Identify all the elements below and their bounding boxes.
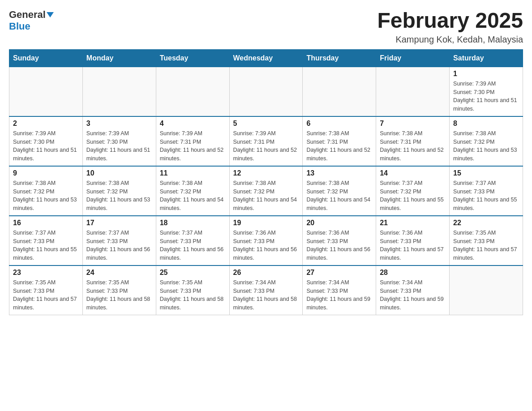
day-info: Sunrise: 7:35 AM Sunset: 7:33 PM Dayligh… (86, 278, 152, 312)
calendar-cell: 5Sunrise: 7:39 AM Sunset: 7:31 PM Daylig… (229, 116, 303, 166)
calendar-cell: 18Sunrise: 7:37 AM Sunset: 7:33 PM Dayli… (156, 216, 229, 265)
day-number: 12 (233, 169, 299, 177)
day-info: Sunrise: 7:36 AM Sunset: 7:33 PM Dayligh… (306, 229, 372, 262)
calendar-cell: 1Sunrise: 7:39 AM Sunset: 7:30 PM Daylig… (450, 67, 523, 116)
calendar-cell (450, 265, 523, 315)
calendar-cell: 22Sunrise: 7:35 AM Sunset: 7:33 PM Dayli… (450, 216, 523, 265)
calendar-cell (9, 67, 83, 116)
calendar-week-row: 2Sunrise: 7:39 AM Sunset: 7:30 PM Daylig… (9, 116, 523, 166)
calendar-cell: 21Sunrise: 7:36 AM Sunset: 7:33 PM Dayli… (376, 216, 450, 265)
day-number: 8 (453, 120, 519, 128)
day-info: Sunrise: 7:34 AM Sunset: 7:33 PM Dayligh… (233, 278, 299, 312)
calendar-cell: 16Sunrise: 7:37 AM Sunset: 7:33 PM Dayli… (9, 216, 83, 265)
calendar-cell: 3Sunrise: 7:39 AM Sunset: 7:30 PM Daylig… (82, 116, 156, 166)
calendar-cell: 28Sunrise: 7:34 AM Sunset: 7:33 PM Dayli… (376, 265, 450, 315)
day-number: 10 (86, 169, 152, 177)
day-info: Sunrise: 7:39 AM Sunset: 7:31 PM Dayligh… (160, 129, 226, 163)
calendar-cell (376, 67, 450, 116)
day-info: Sunrise: 7:39 AM Sunset: 7:30 PM Dayligh… (453, 80, 519, 113)
calendar-cell: 20Sunrise: 7:36 AM Sunset: 7:33 PM Dayli… (303, 216, 376, 265)
day-number: 7 (380, 120, 446, 128)
day-number: 6 (306, 120, 372, 128)
calendar-table: SundayMondayTuesdayWednesdayThursdayFrid… (9, 49, 523, 315)
day-number: 28 (380, 269, 446, 277)
day-info: Sunrise: 7:37 AM Sunset: 7:33 PM Dayligh… (160, 229, 226, 262)
day-info: Sunrise: 7:37 AM Sunset: 7:33 PM Dayligh… (453, 179, 519, 213)
calendar-cell: 14Sunrise: 7:37 AM Sunset: 7:32 PM Dayli… (376, 166, 450, 216)
day-number: 25 (160, 269, 226, 277)
day-info: Sunrise: 7:35 AM Sunset: 7:33 PM Dayligh… (453, 229, 519, 262)
day-number: 14 (380, 169, 446, 177)
day-info: Sunrise: 7:37 AM Sunset: 7:32 PM Dayligh… (380, 179, 446, 213)
day-number: 21 (380, 219, 446, 227)
day-info: Sunrise: 7:39 AM Sunset: 7:30 PM Dayligh… (86, 129, 152, 163)
logo-triangle-icon (47, 12, 54, 17)
calendar-cell: 17Sunrise: 7:37 AM Sunset: 7:33 PM Dayli… (82, 216, 156, 265)
calendar-cell: 7Sunrise: 7:38 AM Sunset: 7:31 PM Daylig… (376, 116, 450, 166)
day-number: 13 (306, 169, 372, 177)
calendar-cell: 11Sunrise: 7:38 AM Sunset: 7:32 PM Dayli… (156, 166, 229, 216)
calendar-cell: 9Sunrise: 7:38 AM Sunset: 7:32 PM Daylig… (9, 166, 83, 216)
calendar-cell: 8Sunrise: 7:38 AM Sunset: 7:32 PM Daylig… (450, 116, 523, 166)
calendar-cell: 4Sunrise: 7:39 AM Sunset: 7:31 PM Daylig… (156, 116, 229, 166)
day-of-week-header: Wednesday (229, 49, 303, 67)
day-info: Sunrise: 7:38 AM Sunset: 7:32 PM Dayligh… (306, 179, 372, 213)
day-number: 1 (453, 70, 519, 78)
day-of-week-header: Sunday (9, 49, 83, 67)
calendar-cell: 27Sunrise: 7:34 AM Sunset: 7:33 PM Dayli… (303, 265, 376, 315)
day-number: 24 (86, 269, 152, 277)
calendar-week-row: 16Sunrise: 7:37 AM Sunset: 7:33 PM Dayli… (9, 216, 523, 265)
calendar-cell (156, 67, 229, 116)
day-info: Sunrise: 7:39 AM Sunset: 7:30 PM Dayligh… (13, 129, 79, 163)
calendar-cell: 12Sunrise: 7:38 AM Sunset: 7:32 PM Dayli… (229, 166, 303, 216)
calendar-cell (82, 67, 156, 116)
day-info: Sunrise: 7:39 AM Sunset: 7:31 PM Dayligh… (233, 129, 299, 163)
calendar-cell: 24Sunrise: 7:35 AM Sunset: 7:33 PM Dayli… (82, 265, 156, 315)
day-info: Sunrise: 7:38 AM Sunset: 7:32 PM Dayligh… (453, 129, 519, 163)
day-info: Sunrise: 7:38 AM Sunset: 7:32 PM Dayligh… (160, 179, 226, 213)
day-number: 9 (13, 169, 79, 177)
calendar-cell: 13Sunrise: 7:38 AM Sunset: 7:32 PM Dayli… (303, 166, 376, 216)
day-info: Sunrise: 7:36 AM Sunset: 7:33 PM Dayligh… (233, 229, 299, 262)
day-info: Sunrise: 7:38 AM Sunset: 7:31 PM Dayligh… (380, 129, 446, 163)
logo-blue-text: Blue (9, 21, 30, 32)
day-info: Sunrise: 7:36 AM Sunset: 7:33 PM Dayligh… (380, 229, 446, 262)
calendar-cell (229, 67, 303, 116)
calendar-week-row: 1Sunrise: 7:39 AM Sunset: 7:30 PM Daylig… (9, 67, 523, 116)
day-number: 16 (13, 219, 79, 227)
day-number: 18 (160, 219, 226, 227)
calendar-week-row: 23Sunrise: 7:35 AM Sunset: 7:33 PM Dayli… (9, 265, 523, 315)
day-number: 4 (160, 120, 226, 128)
calendar-cell (303, 67, 376, 116)
day-info: Sunrise: 7:38 AM Sunset: 7:32 PM Dayligh… (233, 179, 299, 213)
calendar-cell: 25Sunrise: 7:35 AM Sunset: 7:33 PM Dayli… (156, 265, 229, 315)
calendar-cell: 26Sunrise: 7:34 AM Sunset: 7:33 PM Dayli… (229, 265, 303, 315)
day-of-week-header: Tuesday (156, 49, 229, 67)
day-info: Sunrise: 7:34 AM Sunset: 7:33 PM Dayligh… (380, 278, 446, 312)
calendar-cell: 6Sunrise: 7:38 AM Sunset: 7:31 PM Daylig… (303, 116, 376, 166)
day-number: 17 (86, 219, 152, 227)
day-info: Sunrise: 7:38 AM Sunset: 7:32 PM Dayligh… (13, 179, 79, 213)
day-number: 27 (306, 269, 372, 277)
day-number: 5 (233, 120, 299, 128)
day-info: Sunrise: 7:34 AM Sunset: 7:33 PM Dayligh… (306, 278, 372, 312)
page-header: General Blue February 2025 Kampung Kok, … (9, 9, 523, 45)
day-info: Sunrise: 7:35 AM Sunset: 7:33 PM Dayligh… (13, 278, 79, 312)
day-of-week-header: Thursday (303, 49, 376, 67)
day-of-week-header: Monday (82, 49, 156, 67)
day-info: Sunrise: 7:38 AM Sunset: 7:31 PM Dayligh… (306, 129, 372, 163)
calendar-week-row: 9Sunrise: 7:38 AM Sunset: 7:32 PM Daylig… (9, 166, 523, 216)
day-of-week-header: Friday (376, 49, 450, 67)
day-number: 19 (233, 219, 299, 227)
day-info: Sunrise: 7:38 AM Sunset: 7:32 PM Dayligh… (86, 179, 152, 213)
day-number: 22 (453, 219, 519, 227)
title-area: February 2025 Kampung Kok, Kedah, Malays… (377, 9, 523, 45)
calendar-cell: 15Sunrise: 7:37 AM Sunset: 7:33 PM Dayli… (450, 166, 523, 216)
day-number: 26 (233, 269, 299, 277)
day-info: Sunrise: 7:37 AM Sunset: 7:33 PM Dayligh… (86, 229, 152, 262)
day-number: 23 (13, 269, 79, 277)
day-number: 2 (13, 120, 79, 128)
calendar-cell: 2Sunrise: 7:39 AM Sunset: 7:30 PM Daylig… (9, 116, 83, 166)
day-number: 3 (86, 120, 152, 128)
logo: General Blue (9, 9, 54, 32)
